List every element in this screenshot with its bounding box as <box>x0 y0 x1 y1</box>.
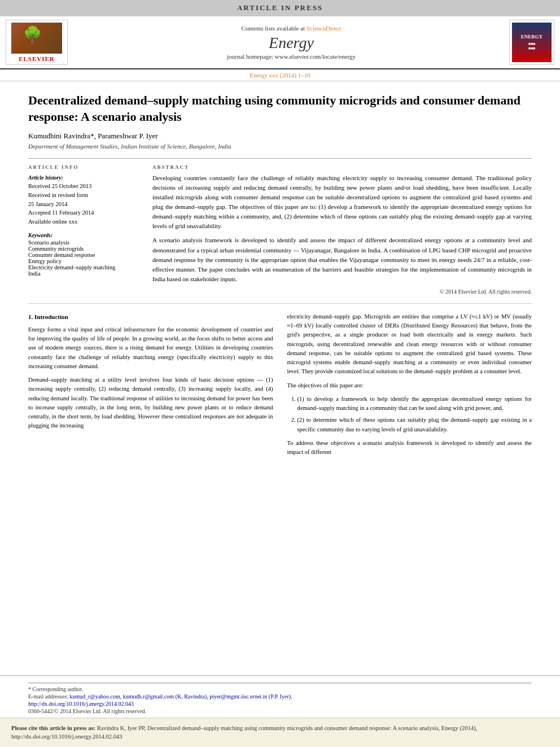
journal-citation: Energy xxx (2014) 1–10 <box>250 72 310 78</box>
body-left-column: 1. Introduction Energy forms a vital inp… <box>28 312 273 462</box>
contents-available-line: Contents lists available at ScienceDirec… <box>73 25 509 32</box>
doi-line: http://dx.doi.org/10.1016/j.energy.2014.… <box>28 701 532 707</box>
article-info-abstract-section: ARTICLE INFO Article history: Received 2… <box>28 158 532 295</box>
journal-name: Energy <box>73 34 509 52</box>
page: ARTICLE IN PRESS ELSEVIER Contents lists… <box>0 0 560 747</box>
available-online: Available online xxx <box>28 217 141 226</box>
elsevier-logo-image <box>11 23 62 54</box>
revised-date: 25 January 2014 <box>28 200 141 209</box>
objective-2: (2) to determine which of these options … <box>298 416 532 434</box>
email-line: E-mail addresses: kumud_r@yahoo.com, kum… <box>28 693 532 700</box>
email-addresses[interactable]: kumud_r@yahoo.com, kumudh.r@gmail.com (K… <box>69 693 292 700</box>
affiliation-line: Department of Management Studies, Indian… <box>28 143 532 150</box>
article-history-block: Article history: Received 25 October 201… <box>28 173 141 226</box>
intro-paragraph-2: Demand–supply matching at a utility leve… <box>28 375 273 431</box>
journal-center-info: Contents lists available at ScienceDirec… <box>73 25 509 60</box>
history-label: Article history: <box>28 173 141 182</box>
keyword-2: Community microgrids <box>28 246 141 252</box>
article-info-heading: ARTICLE INFO <box>28 164 141 170</box>
energy-journal-logo: ENERGY ■■■ ■■■ <box>509 20 554 65</box>
abstract-paragraph-2: A scenario analysis framework is develop… <box>152 235 532 283</box>
abstract-paragraph-1: Developing countries constantly face the… <box>152 173 532 231</box>
energy-logo-inner: ENERGY ■■■ ■■■ <box>512 23 552 62</box>
issn-line: 0360-5442/© 2014 Elsevier Ltd. All right… <box>28 708 532 714</box>
authors-text: Kumudhini Ravindra*, Parameshwar P. Iyer <box>28 132 158 140</box>
sciencedirect-link[interactable]: ScienceDirect <box>307 25 342 32</box>
bottom-citation-box: Please cite this article in press as: Ra… <box>0 718 560 748</box>
journal-homepage-url: journal homepage: www.elsevier.com/locat… <box>73 53 509 60</box>
corresponding-author-text: * Corresponding author. <box>28 686 83 692</box>
authors-line: Kumudhini Ravindra*, Parameshwar P. Iyer <box>28 132 532 141</box>
elsevier-brand-text: ELSEVIER <box>19 55 55 62</box>
citation-line: Energy xxx (2014) 1–10 <box>0 69 560 81</box>
elsevier-logo: ELSEVIER <box>6 20 68 65</box>
section-divider <box>28 303 532 304</box>
abstract-heading: ABSTRACT <box>152 164 532 170</box>
keyword-5: Electricity demand–supply matching <box>28 264 141 270</box>
intro-paragraph-5: To address these objectives a scenario a… <box>287 439 532 457</box>
accepted-date: Accepted 11 February 2014 <box>28 208 141 217</box>
keywords-label: Keywords: <box>28 232 141 238</box>
keyword-1: Scenario analysis <box>28 239 141 246</box>
abstract-column: ABSTRACT Developing countries constantly… <box>152 164 532 295</box>
body-right-column: electricity demand–supply gap. Microgrid… <box>287 312 532 462</box>
received-revised-label: Received in revised form <box>28 191 141 200</box>
abstract-text: Developing countries constantly face the… <box>152 173 532 284</box>
copyright-line: © 2014 Elsevier Ltd. All rights reserved… <box>152 289 532 295</box>
journal-header: ELSEVIER Contents lists available at Sci… <box>0 16 560 69</box>
footnote-rule <box>28 683 532 684</box>
article-in-press-banner: ARTICLE IN PRESS <box>0 0 560 16</box>
corresponding-author-note: * Corresponding author. <box>28 686 532 692</box>
banner-text: ARTICLE IN PRESS <box>237 3 323 12</box>
doi-link[interactable]: http://dx.doi.org/10.1016/j.energy.2014.… <box>28 701 134 707</box>
article-info-column: ARTICLE INFO Article history: Received 2… <box>28 164 141 295</box>
footnote-area: * Corresponding author. E-mail addresses… <box>0 675 560 718</box>
objective-1: (1) to develop a framework to help ident… <box>298 395 532 413</box>
objectives-list: (1) to develop a framework to help ident… <box>298 395 532 434</box>
keyword-6: India <box>28 270 141 277</box>
body-text-section: 1. Introduction Energy forms a vital inp… <box>28 312 532 462</box>
keyword-3: Consumer demand response <box>28 252 141 258</box>
main-content: Decentralized demand–supply matching usi… <box>0 81 560 675</box>
keywords-list: Scenario analysis Community microgrids C… <box>28 239 141 277</box>
keyword-4: Energy policy <box>28 258 141 264</box>
article-title: Decentralized demand–supply matching usi… <box>28 93 532 125</box>
email-label: E-mail addresses: <box>28 693 68 700</box>
section1-title: 1. Introduction <box>28 312 273 322</box>
bottom-citation-label: Please cite this article in press as: <box>11 725 95 731</box>
intro-paragraph-3: electricity demand–supply gap. Microgrid… <box>287 312 532 377</box>
intro-paragraph-4: The objectives of this paper are: <box>287 381 532 390</box>
received-date: Received 25 October 2013 <box>28 182 141 191</box>
intro-paragraph-1: Energy forms a vital input and critical … <box>28 325 273 371</box>
keywords-block: Keywords: Scenario analysis Community mi… <box>28 232 141 277</box>
